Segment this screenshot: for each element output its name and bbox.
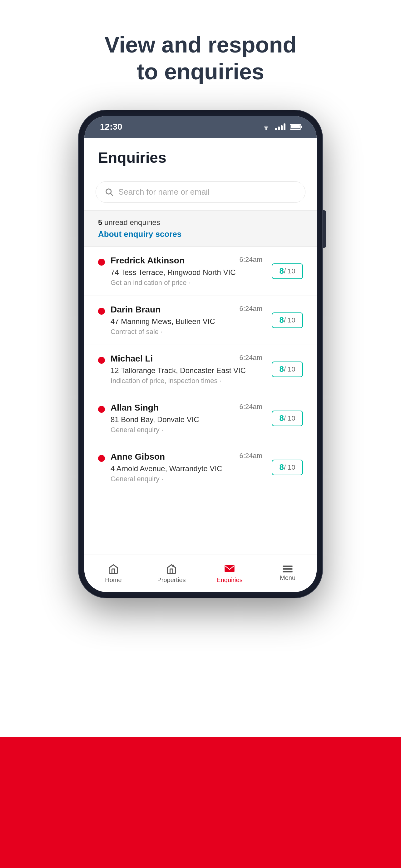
enquiries-icon xyxy=(224,563,235,575)
enquiry-item[interactable]: Allan Singh 6:24am 81 Bond Bay, Donvale … xyxy=(84,394,317,443)
enquiry-type: General enquiry · xyxy=(110,426,262,434)
info-banner: 5 unread enquiries About enquiry scores xyxy=(84,211,317,247)
page-background: View and respond to enquiries 12:30 xyxy=(0,0,401,868)
hero-title: View and respond to enquiries xyxy=(105,31,297,85)
nav-menu-label: Menu xyxy=(280,574,295,582)
enquiry-header: Michael Li 6:24am xyxy=(110,354,262,364)
svg-point-0 xyxy=(265,129,267,130)
enquiry-time: 6:24am xyxy=(239,354,262,362)
enquiry-name: Darin Braun xyxy=(110,305,161,315)
phone-frame: 12:30 xyxy=(79,110,322,598)
enquiry-header: Anne Gibson 6:24am xyxy=(110,452,262,462)
nav-enquiries[interactable]: Enquiries xyxy=(201,555,259,592)
enquiry-type: Contract of sale · xyxy=(110,328,262,336)
about-enquiry-scores-link[interactable]: About enquiry scores xyxy=(98,229,181,239)
score-value: 8 xyxy=(279,266,283,276)
unread-summary: 5 unread enquiries xyxy=(98,218,303,227)
nav-enquiries-label: Enquiries xyxy=(216,577,242,584)
phone-screen: 12:30 xyxy=(84,116,317,592)
enquiry-address: 74 Tess Terrace, Ringwood North VIC xyxy=(110,268,262,277)
nav-home-label: Home xyxy=(105,577,122,584)
enquiry-content: Darin Braun 6:24am 47 Manning Mews, Bull… xyxy=(110,305,262,336)
wifi-icon xyxy=(261,123,271,130)
app-title: Enquiries xyxy=(98,149,303,166)
enquiry-type: General enquiry · xyxy=(110,475,262,483)
nav-menu[interactable]: Menu xyxy=(259,555,317,592)
score-badge: 8 / 10 xyxy=(272,460,303,475)
enquiry-type: Get an indication of price · xyxy=(110,279,262,287)
red-bottom-bg xyxy=(0,737,401,868)
score-total: / 10 xyxy=(284,365,295,373)
search-icon xyxy=(105,187,113,196)
status-icons xyxy=(261,123,301,130)
unread-dot xyxy=(98,406,105,413)
enquiry-address: 81 Bond Bay, Donvale VIC xyxy=(110,415,262,424)
enquiry-time: 6:24am xyxy=(239,305,262,313)
unread-label: unread enquiries xyxy=(102,218,160,226)
search-placeholder: Search for name or email xyxy=(119,187,209,197)
score-value: 8 xyxy=(279,413,283,423)
score-value: 8 xyxy=(279,462,283,472)
enquiry-address: 12 Tallorange Track, Doncaster East VIC xyxy=(110,366,262,375)
home-icon xyxy=(108,563,119,575)
unread-count: 5 xyxy=(98,218,102,226)
status-time: 12:30 xyxy=(100,122,123,132)
score-badge: 8 / 10 xyxy=(272,410,303,426)
enquiry-content: Michael Li 6:24am 12 Tallorange Track, D… xyxy=(110,354,262,385)
unread-dot xyxy=(98,308,105,315)
unread-dot xyxy=(98,357,105,364)
unread-dot xyxy=(98,455,105,462)
enquiry-item[interactable]: Darin Braun 6:24am 47 Manning Mews, Bull… xyxy=(84,296,317,345)
enquiry-header: Allan Singh 6:24am xyxy=(110,403,262,413)
enquiry-name: Michael Li xyxy=(110,354,153,364)
nav-properties[interactable]: Properties xyxy=(142,555,201,592)
app-header: Enquiries xyxy=(84,138,317,175)
score-total: / 10 xyxy=(284,316,295,324)
score-total: / 10 xyxy=(284,414,295,423)
status-bar: 12:30 xyxy=(84,116,317,138)
search-bar[interactable]: Search for name or email xyxy=(96,181,305,203)
enquiry-item[interactable]: Michael Li 6:24am 12 Tallorange Track, D… xyxy=(84,345,317,394)
enquiry-address: 47 Manning Mews, Bulleen VIC xyxy=(110,317,262,326)
enquiry-content: Fredrick Atkinson 6:24am 74 Tess Terrace… xyxy=(110,256,262,287)
enquiry-list: Fredrick Atkinson 6:24am 74 Tess Terrace… xyxy=(84,247,317,555)
svg-line-2 xyxy=(110,194,112,195)
enquiry-time: 6:24am xyxy=(239,452,262,460)
enquiry-name: Fredrick Atkinson xyxy=(110,256,185,266)
unread-dot xyxy=(98,259,105,266)
phone-mockup: 12:30 xyxy=(79,110,322,598)
enquiry-header: Fredrick Atkinson 6:24am xyxy=(110,256,262,266)
score-value: 8 xyxy=(279,364,283,374)
bottom-nav: Home Properties xyxy=(84,555,317,592)
nav-home[interactable]: Home xyxy=(84,555,142,592)
enquiry-address: 4 Arnold Avenue, Warrandyte VIC xyxy=(110,464,262,473)
enquiry-name: Allan Singh xyxy=(110,403,159,413)
signal-icon xyxy=(275,123,286,130)
properties-icon xyxy=(166,563,177,575)
svg-rect-3 xyxy=(172,565,174,566)
enquiry-name: Anne Gibson xyxy=(110,452,165,462)
enquiry-item[interactable]: Fredrick Atkinson 6:24am 74 Tess Terrace… xyxy=(84,247,317,296)
search-container: Search for name or email xyxy=(84,175,317,211)
score-badge: 8 / 10 xyxy=(272,312,303,328)
score-total: / 10 xyxy=(284,463,295,471)
battery-icon xyxy=(290,124,301,130)
menu-icon xyxy=(282,565,293,572)
enquiry-type: Indication of price, inspection times · xyxy=(110,377,262,385)
score-badge: 8 / 10 xyxy=(272,362,303,377)
score-value: 8 xyxy=(279,315,283,325)
enquiry-time: 6:24am xyxy=(239,256,262,264)
enquiry-header: Darin Braun 6:24am xyxy=(110,305,262,315)
score-total: / 10 xyxy=(284,267,295,275)
enquiry-time: 6:24am xyxy=(239,403,262,411)
enquiry-item[interactable]: Anne Gibson 6:24am 4 Arnold Avenue, Warr… xyxy=(84,443,317,492)
enquiry-content: Anne Gibson 6:24am 4 Arnold Avenue, Warr… xyxy=(110,452,262,483)
score-badge: 8 / 10 xyxy=(272,264,303,279)
enquiry-content: Allan Singh 6:24am 81 Bond Bay, Donvale … xyxy=(110,403,262,434)
nav-properties-label: Properties xyxy=(157,577,186,584)
